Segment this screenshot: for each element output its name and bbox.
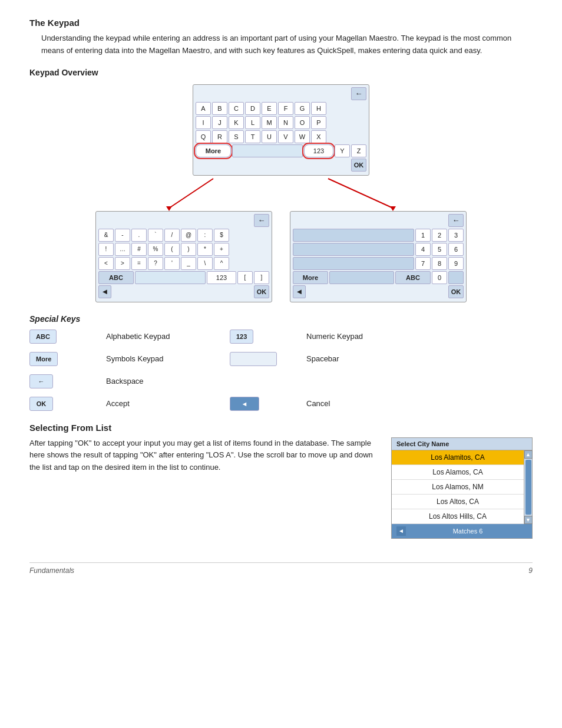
num-3[interactable]: 3 bbox=[448, 229, 464, 242]
sk-abc-btn[interactable]: ABC bbox=[29, 330, 57, 344]
key-r[interactable]: R bbox=[212, 130, 227, 143]
key-b[interactable]: B bbox=[212, 102, 227, 115]
key-c[interactable]: C bbox=[229, 102, 244, 115]
num-back-key[interactable]: ◄ bbox=[293, 285, 306, 298]
key-x[interactable]: X bbox=[311, 130, 326, 143]
key-l[interactable]: L bbox=[245, 116, 260, 129]
sym-percent[interactable]: % bbox=[148, 243, 163, 256]
num-ok-key[interactable]: OK bbox=[448, 285, 464, 298]
num-4[interactable]: 4 bbox=[415, 243, 431, 256]
key-z[interactable]: Z bbox=[351, 144, 366, 157]
sym-123-key[interactable]: 123 bbox=[207, 271, 236, 284]
sfl-title: Selecting From List bbox=[29, 423, 533, 433]
sfl-footer: ◄ Matches 6 bbox=[392, 524, 532, 538]
sym-eq[interactable]: = bbox=[131, 257, 147, 270]
sym-back-key[interactable]: ◄ bbox=[98, 285, 111, 298]
sfl-back-arrow[interactable]: ◄ bbox=[396, 526, 406, 536]
sym-lbracket[interactable]: [ bbox=[237, 271, 253, 284]
sym-under[interactable]: _ bbox=[181, 257, 196, 270]
sym-star[interactable]: * bbox=[197, 243, 213, 256]
sk-backspace-btn[interactable]: ← bbox=[29, 374, 53, 388]
key-n[interactable]: N bbox=[278, 116, 293, 129]
key-a[interactable]: A bbox=[196, 102, 211, 115]
num-1[interactable]: 1 bbox=[415, 229, 431, 242]
sym-dot[interactable]: . bbox=[131, 229, 147, 242]
key-q[interactable]: Q bbox=[196, 130, 211, 143]
scroll-down-btn[interactable]: ▼ bbox=[524, 516, 533, 524]
num-abc-key[interactable]: ABC bbox=[395, 271, 431, 284]
sym-lt[interactable]: < bbox=[98, 257, 114, 270]
main-more-key[interactable]: More bbox=[196, 144, 231, 157]
sym-space-key[interactable] bbox=[135, 271, 206, 284]
sym-exclaim[interactable]: ! bbox=[98, 243, 114, 256]
sym-quote[interactable]: ' bbox=[164, 257, 180, 270]
sk-space-btn[interactable] bbox=[230, 352, 277, 366]
sym-amp[interactable]: & bbox=[98, 229, 114, 242]
sym-abc-key[interactable]: ABC bbox=[98, 271, 134, 284]
num-7[interactable]: 7 bbox=[415, 257, 431, 270]
num-space-key[interactable] bbox=[329, 271, 394, 284]
num-more-key[interactable]: More bbox=[293, 271, 328, 284]
key-h[interactable]: H bbox=[311, 102, 326, 115]
main-ok-key[interactable]: OK bbox=[351, 159, 366, 172]
main-backspace-key[interactable]: ← bbox=[351, 87, 366, 100]
sym-plus[interactable]: + bbox=[214, 243, 229, 256]
sym-ellipsis[interactable]: … bbox=[115, 243, 130, 256]
sym-quest[interactable]: ? bbox=[148, 257, 163, 270]
key-s[interactable]: S bbox=[229, 130, 244, 143]
sym-slash[interactable]: / bbox=[164, 229, 180, 242]
key-e[interactable]: E bbox=[262, 102, 277, 115]
key-u[interactable]: U bbox=[262, 130, 277, 143]
sym-lparen[interactable]: ( bbox=[164, 243, 180, 256]
key-o[interactable]: O bbox=[295, 116, 310, 129]
key-p[interactable]: P bbox=[311, 116, 326, 129]
num-search-bar[interactable] bbox=[293, 229, 414, 242]
sym-colon[interactable]: : bbox=[197, 229, 213, 242]
main-space-key[interactable] bbox=[232, 144, 303, 157]
sfl-item-5[interactable]: Los Altos Hills, CA bbox=[392, 509, 524, 524]
sym-ok-key[interactable]: OK bbox=[254, 285, 269, 298]
key-t[interactable]: T bbox=[245, 130, 260, 143]
sk-ok-btn[interactable]: OK bbox=[29, 397, 53, 411]
sym-dollar[interactable]: $ bbox=[214, 229, 229, 242]
sfl-item-1[interactable]: Los Alamitos, CA bbox=[392, 450, 524, 465]
sym-backspace-key[interactable]: ← bbox=[254, 214, 269, 227]
scroll-up-btn[interactable]: ▲ bbox=[524, 450, 533, 459]
sk-more-btn[interactable]: More bbox=[29, 352, 58, 366]
num-6[interactable]: 6 bbox=[448, 243, 464, 256]
sk-123-btn[interactable]: 123 bbox=[230, 330, 253, 344]
sfl-item-3[interactable]: Los Alamos, NM bbox=[392, 480, 524, 495]
sym-hash[interactable]: # bbox=[131, 243, 147, 256]
sym-backslash[interactable]: \ bbox=[197, 257, 213, 270]
sfl-item-2[interactable]: Los Alamos, CA bbox=[392, 465, 524, 480]
num-5[interactable]: 5 bbox=[432, 243, 447, 256]
sym-caret[interactable]: ^ bbox=[214, 257, 229, 270]
sfl-item-4[interactable]: Los Altos, CA bbox=[392, 495, 524, 509]
sym-backtick[interactable]: ` bbox=[148, 229, 163, 242]
scroll-thumb[interactable] bbox=[525, 460, 531, 515]
key-g[interactable]: G bbox=[295, 102, 310, 115]
key-j[interactable]: J bbox=[212, 116, 227, 129]
sym-dash[interactable]: - bbox=[115, 229, 130, 242]
sym-at[interactable]: @ bbox=[181, 229, 196, 242]
key-f[interactable]: F bbox=[278, 102, 293, 115]
scroll-track[interactable]: ▲ ▼ bbox=[524, 450, 532, 524]
num-0[interactable]: 0 bbox=[432, 271, 447, 284]
num-2[interactable]: 2 bbox=[432, 229, 447, 242]
sym-rparen[interactable]: ) bbox=[181, 243, 196, 256]
main-123-key[interactable]: 123 bbox=[304, 144, 333, 157]
sk-cancel-btn[interactable]: ◄ bbox=[230, 397, 259, 411]
sym-rbracket[interactable]: ] bbox=[254, 271, 269, 284]
num-9[interactable]: 9 bbox=[448, 257, 464, 270]
key-i[interactable]: I bbox=[196, 116, 211, 129]
num-backspace-key[interactable]: ← bbox=[448, 214, 464, 227]
key-m[interactable]: M bbox=[262, 116, 277, 129]
key-v[interactable]: V bbox=[278, 130, 293, 143]
key-d[interactable]: D bbox=[245, 102, 260, 115]
svg-marker-3 bbox=[390, 206, 396, 211]
num-8[interactable]: 8 bbox=[432, 257, 447, 270]
key-y[interactable]: Y bbox=[335, 144, 350, 157]
key-w[interactable]: W bbox=[295, 130, 310, 143]
key-k[interactable]: K bbox=[229, 116, 244, 129]
sym-gt[interactable]: > bbox=[115, 257, 130, 270]
